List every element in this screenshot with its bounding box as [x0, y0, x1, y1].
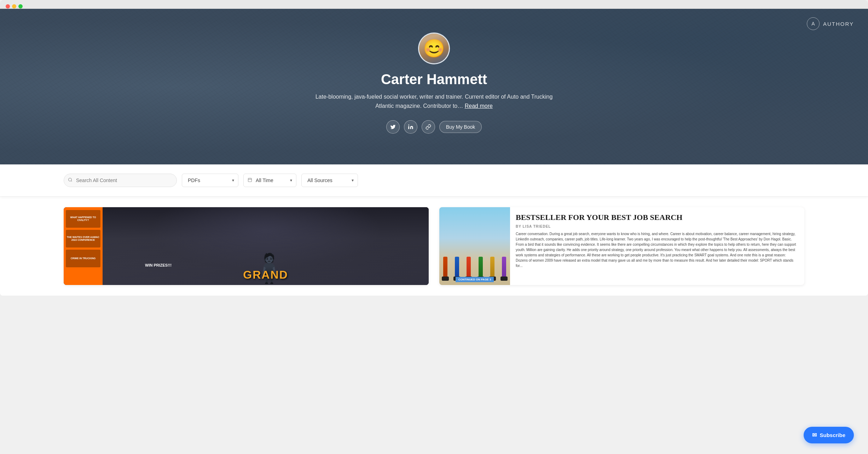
article-headline: BESTSELLER FOR YOUR BEST JOB SEARCH [516, 213, 799, 222]
browser-body: A AUTHORY Carter Hammett Late-blooming, … [0, 9, 868, 296]
time-filter-wrapper: All Time Last Week Last Month Last Year [243, 174, 296, 187]
mag-item-3: CRIME IN TRUCKING [66, 250, 100, 267]
authory-logo-text: AUTHORY [823, 21, 854, 27]
source-filter-wrapper: All Sources Twitter LinkedIn Website [301, 174, 358, 187]
runner-6 [502, 257, 506, 278]
search-input[interactable] [64, 174, 177, 187]
authory-logo-icon: A [807, 17, 820, 30]
grand-text: GRAND [103, 268, 429, 281]
traffic-lights [6, 4, 23, 8]
author-bio: Late-blooming, java-fueled social worker… [310, 92, 558, 110]
read-more-link[interactable]: Read more [465, 103, 493, 109]
continued-badge: CONTINUED ON PAGE 3 [439, 275, 510, 282]
article-body: Career conversation. During a great job … [516, 231, 799, 268]
author-avatar [418, 33, 450, 64]
source-filter-select[interactable]: All Sources Twitter LinkedIn Website [301, 174, 358, 187]
runner-5 [490, 257, 494, 278]
traffic-light-yellow[interactable] [12, 4, 16, 8]
filter-bar: PDFs Articles Videos All Types [0, 164, 868, 197]
linkedin-button[interactable] [404, 120, 417, 134]
authory-logo: A AUTHORY [807, 17, 854, 30]
avatar-image [419, 34, 449, 63]
svg-point-1 [69, 178, 72, 181]
authory-logo-letter: A [811, 21, 815, 27]
runner-4 [479, 257, 483, 278]
content-grid: WHAT HAPPENED TO CIVILITY? THE WAITES OV… [0, 197, 868, 296]
browser-chrome [0, 0, 868, 9]
magazine-main: WIN PRIZES!!! GRAND [103, 207, 429, 285]
subscribe-label: Subscribe [820, 432, 845, 438]
subscribe-icon: ✉ [812, 432, 817, 438]
article-image-area: CONTINUED ON PAGE 3 BESTSELLER FOR YOUR … [439, 207, 804, 285]
subscribe-button[interactable]: ✉ Subscribe [804, 427, 854, 443]
mag-item-1: WHAT HAPPENED TO CIVILITY? [66, 210, 100, 228]
article-card[interactable]: CONTINUED ON PAGE 3 BESTSELLER FOR YOUR … [439, 207, 804, 285]
magazine-card[interactable]: WHAT HAPPENED TO CIVILITY? THE WAITES OV… [64, 207, 429, 285]
type-filter-select[interactable]: PDFs Articles Videos All Types [182, 174, 238, 187]
runner-1 [443, 257, 447, 278]
buy-book-button[interactable]: Buy My Book [439, 121, 482, 133]
traffic-light-red[interactable] [6, 4, 10, 8]
content-area: PDFs Articles Videos All Types [0, 164, 868, 296]
mag-item-3-text: CRIME IN TRUCKING [70, 256, 96, 261]
mag-item-2: THE WAITES OVER AAMAC 2022 CONFERENCE [66, 230, 100, 248]
search-icon [68, 177, 73, 183]
magazine-sidebar: WHAT HAPPENED TO CIVILITY? THE WAITES OV… [64, 207, 103, 285]
article-content: BESTSELLER FOR YOUR BEST JOB SEARCH BY L… [510, 207, 804, 285]
traffic-light-green[interactable] [18, 4, 23, 8]
time-filter-select[interactable]: All Time Last Week Last Month Last Year [243, 174, 296, 187]
svg-point-0 [408, 124, 409, 126]
continued-badge-text: CONTINUED ON PAGE 3 [456, 277, 494, 282]
link-button[interactable] [422, 120, 435, 134]
runner-3 [467, 257, 471, 278]
win-prizes-text: WIN PRIZES!!! [145, 263, 172, 267]
mag-item-1-text: WHAT HAPPENED TO CIVILITY? [66, 215, 100, 223]
runners-image [439, 207, 510, 285]
svg-line-2 [71, 181, 72, 181]
type-filter-wrapper: PDFs Articles Videos All Types [182, 174, 238, 187]
mag-item-2-text: THE WAITES OVER AAMAC 2022 CONFERENCE [66, 235, 100, 243]
article-image-left: CONTINUED ON PAGE 3 [439, 207, 510, 285]
hero-section: A AUTHORY Carter Hammett Late-blooming, … [0, 9, 868, 164]
article-byline: BY LISA TRIEDEL [516, 225, 799, 228]
bio-text: Late-blooming, java-fueled social worker… [316, 94, 553, 109]
social-links: Buy My Book [386, 120, 482, 134]
search-wrapper [64, 174, 177, 187]
magazine-image-area: WHAT HAPPENED TO CIVILITY? THE WAITES OV… [64, 207, 429, 285]
runner-2 [455, 257, 459, 278]
author-name: Carter Hammett [381, 71, 487, 87]
twitter-button[interactable] [386, 120, 400, 134]
